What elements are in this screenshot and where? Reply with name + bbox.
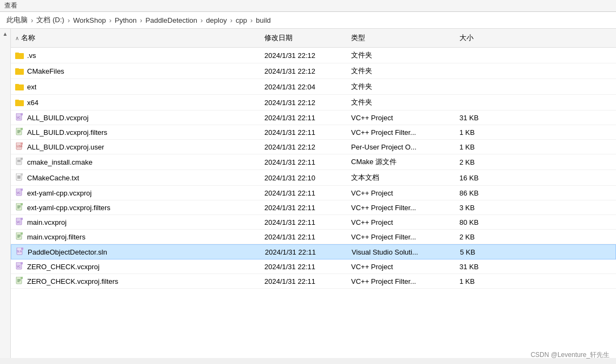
breadcrumb-item[interactable]: PaddleDetection — [146, 16, 197, 24]
file-size: 5 KB — [456, 246, 510, 258]
breadcrumb-item[interactable]: build — [256, 16, 270, 24]
vcxproj-icon: VC — [15, 113, 24, 122]
watermark: CSDN @Leventure_轩先生 — [530, 350, 609, 360]
table-row[interactable]: VC main.vcxproj2024/1/31 22:11VC++ Proje… — [11, 215, 616, 230]
file-modified: 2024/1/31 22:11 — [260, 187, 347, 199]
file-name: main.vcxproj — [27, 218, 67, 226]
filter-icon — [15, 128, 24, 136]
breadcrumb-item[interactable]: 文档 (D:) — [36, 15, 64, 25]
table-row[interactable]: ZERO_CHECK.vcxproj.filters2024/1/31 22:1… — [11, 274, 616, 289]
breadcrumb-item[interactable]: cpp — [236, 16, 247, 24]
file-name: cmake_install.cmake — [27, 158, 93, 166]
file-type: VC++ Project — [347, 216, 455, 228]
table-row[interactable]: CMakeCache.txt2024/1/31 22:10文本文档16 KB — [11, 170, 616, 186]
filter-icon — [15, 203, 24, 212]
table-row[interactable]: SLN PaddleObjectDetector.sln2024/1/31 22… — [11, 244, 616, 259]
file-name-cell: main.vcxproj.filters — [11, 231, 260, 243]
vcxproj-icon: VC — [15, 188, 24, 197]
file-size: 2 KB — [455, 231, 509, 243]
table-row[interactable]: main.vcxproj.filters2024/1/31 22:11VC++ … — [11, 230, 616, 244]
file-size: 2 KB — [455, 155, 509, 168]
breadcrumb-item[interactable]: 此电脑 — [7, 15, 28, 25]
column-header: ∧ 名称 修改日期 类型 大小 — [11, 29, 616, 48]
file-modified: 2024/1/31 22:11 — [260, 216, 347, 228]
table-row[interactable]: x642024/1/31 22:12文件夹 — [11, 95, 616, 110]
table-row[interactable]: USR ALL_BUILD.vcxproj.user2024/1/31 22:1… — [11, 140, 616, 154]
svg-text:USR: USR — [17, 145, 23, 148]
file-modified: 2024/1/31 22:11 — [260, 275, 347, 287]
breadcrumb-item[interactable]: WorkShop — [73, 16, 106, 24]
folder-icon — [15, 51, 24, 60]
file-modified: 2024/1/31 22:11 — [260, 126, 347, 138]
breadcrumb-separator: › — [109, 16, 111, 24]
table-row[interactable]: ext2024/1/31 22:04文件夹 — [11, 79, 616, 95]
col-size-header: 大小 — [455, 31, 509, 45]
file-modified: 2024/1/31 22:11 — [260, 231, 347, 243]
file-type: VC++ Project Filter... — [347, 202, 455, 213]
file-type: VC++ Project — [347, 187, 455, 199]
file-size: 1 KB — [455, 141, 509, 153]
breadcrumb: 此电脑 › 文档 (D:) › WorkShop › Python › Padd… — [0, 12, 616, 29]
file-name-cell: USR ALL_BUILD.vcxproj.user — [11, 141, 260, 153]
file-name: ALL_BUILD.vcxproj.filters — [27, 128, 107, 136]
file-size: 86 KB — [455, 187, 509, 199]
file-type: 文件夹 — [347, 64, 455, 77]
svg-rect-7 — [15, 100, 19, 101]
file-size: 31 KB — [455, 112, 509, 123]
breadcrumb-separator: › — [200, 16, 203, 24]
file-name: .vs — [27, 51, 36, 60]
top-bar: 查看 — [0, 0, 616, 12]
table-row[interactable]: VC ALL_BUILD.vcxproj2024/1/31 22:11VC++ … — [11, 110, 616, 125]
file-modified: 2024/1/31 22:12 — [260, 141, 347, 153]
table-row[interactable]: .vs2024/1/31 22:12文件夹 — [11, 48, 616, 63]
file-area[interactable]: ∧ 名称 修改日期 类型 大小 .vs2024/1/31 22:12文件夹 CM… — [11, 29, 616, 358]
file-modified: 2024/1/31 22:11 — [260, 202, 347, 213]
file-type: CMake 源文件 — [347, 155, 455, 168]
table-row[interactable]: ext-yaml-cpp.vcxproj.filters2024/1/31 22… — [11, 200, 616, 215]
sln-icon: SLN — [16, 248, 24, 256]
file-name: x64 — [27, 99, 38, 107]
file-size: 1 KB — [455, 126, 509, 138]
file-name-cell: ALL_BUILD.vcxproj.filters — [11, 126, 260, 138]
svg-rect-45 — [21, 248, 23, 250]
svg-rect-51 — [21, 277, 23, 279]
file-modified: 2024/1/31 22:11 — [261, 246, 347, 258]
file-name-cell: VC ext-yaml-cpp.vcxproj — [11, 187, 260, 199]
file-name: ALL_BUILD.vcxproj.user — [27, 143, 104, 151]
file-name-cell: SLN PaddleObjectDetector.sln — [11, 246, 261, 258]
table-row[interactable]: ALL_BUILD.vcxproj.filters2024/1/31 22:11… — [11, 125, 616, 140]
file-type: VC++ Project Filter... — [347, 275, 455, 287]
cmake-icon — [15, 158, 24, 166]
breadcrumb-item[interactable]: Python — [115, 16, 137, 24]
file-type: VC++ Project Filter... — [347, 126, 455, 138]
vcxproj-icon: VC — [15, 218, 24, 226]
table-row[interactable]: cmake_install.cmake2024/1/31 22:11CMake … — [11, 154, 616, 170]
col-modified-header: 修改日期 — [260, 31, 347, 45]
file-type: VC++ Project — [347, 112, 455, 123]
file-type: 文件夹 — [347, 49, 455, 62]
breadcrumb-separator: › — [31, 16, 33, 24]
file-type: 文本文档 — [347, 171, 455, 184]
svg-text:SLN: SLN — [17, 250, 22, 253]
table-row[interactable]: CMakeFiles2024/1/31 22:12文件夹 — [11, 63, 616, 79]
vcxproj-icon: VC — [15, 262, 24, 271]
file-name: main.vcxproj.filters — [27, 233, 86, 241]
txt-icon — [15, 173, 24, 182]
file-name-cell: VC ZERO_CHECK.vcxproj — [11, 261, 260, 272]
file-size — [455, 64, 509, 77]
table-row[interactable]: VC ZERO_CHECK.vcxproj2024/1/31 22:11VC++… — [11, 259, 616, 274]
svg-rect-5 — [15, 84, 19, 86]
file-name-cell: x64 — [11, 96, 260, 109]
file-modified: 2024/1/31 22:10 — [260, 171, 347, 184]
svg-text:VC: VC — [17, 116, 21, 119]
file-name-cell: cmake_install.cmake — [11, 155, 260, 168]
file-name-cell: ZERO_CHECK.vcxproj.filters — [11, 275, 260, 287]
file-name-cell: VC main.vcxproj — [11, 216, 260, 228]
svg-rect-12 — [21, 128, 23, 130]
file-modified: 2024/1/31 22:12 — [260, 64, 347, 77]
breadcrumb-item[interactable]: deploy — [206, 16, 226, 24]
file-name: ALL_BUILD.vcxproj — [27, 114, 88, 122]
svg-rect-3 — [15, 68, 19, 70]
table-row[interactable]: VC ext-yaml-cpp.vcxproj2024/1/31 22:11VC… — [11, 186, 616, 200]
filter-icon — [15, 232, 24, 241]
